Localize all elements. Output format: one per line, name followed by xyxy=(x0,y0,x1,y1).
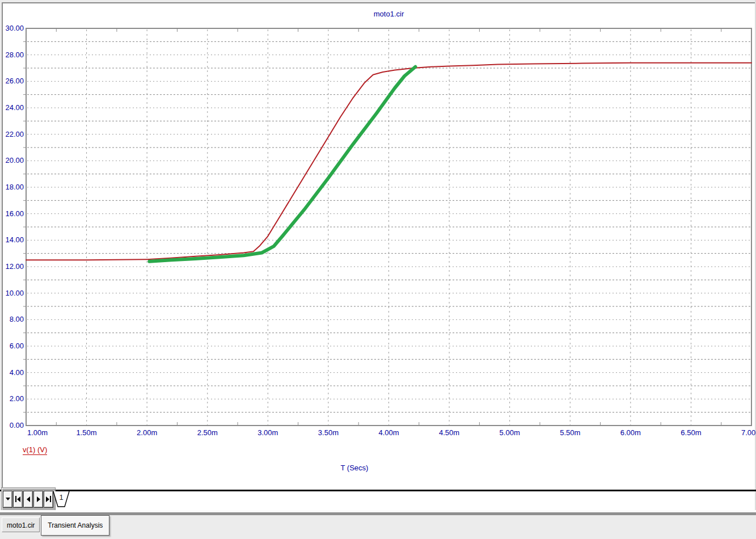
first-page-icon xyxy=(15,496,16,502)
x-tick-label: 4.50m xyxy=(434,428,464,437)
page-tab-number: 1 xyxy=(53,493,70,502)
y-tick-label: 14.00 xyxy=(0,235,24,244)
y-tick-label: 24.00 xyxy=(0,103,24,112)
x-tick-label: 1.00m xyxy=(27,428,48,437)
dropdown-arrow-icon xyxy=(6,498,10,500)
window-frame-top-line xyxy=(0,2,756,3)
page-strip-line xyxy=(0,490,756,491)
y-tick-label: 22.00 xyxy=(0,130,24,138)
first-page-button[interactable] xyxy=(13,491,23,508)
y-tick-label: 10.00 xyxy=(0,289,24,297)
last-page-button[interactable] xyxy=(44,491,53,508)
x-tick-label: 6.00m xyxy=(616,428,645,437)
prev-page-button[interactable] xyxy=(23,491,33,508)
y-tick-label: 6.00 xyxy=(0,342,24,350)
x-tick-label: 6.50m xyxy=(676,428,706,437)
y-tick-label: 20.00 xyxy=(0,156,24,165)
x-tick-label: 3.00m xyxy=(253,428,282,437)
prev-page-icon xyxy=(27,496,30,502)
y-tick-label: 12.00 xyxy=(0,262,24,271)
y-tick-label: 30.00 xyxy=(0,24,24,32)
document-tabbar: moto1.cirTransient Analysis xyxy=(0,515,756,539)
x-tick-label: 5.50m xyxy=(555,428,585,437)
x-tick-label: 7.00m xyxy=(737,428,756,437)
next-page-icon xyxy=(37,496,40,502)
y-tick-label: 16.00 xyxy=(0,209,24,218)
y-tick-label: 28.00 xyxy=(0,50,24,59)
x-axis-title: T (Secs) xyxy=(0,464,709,472)
next-page-button[interactable] xyxy=(33,491,43,508)
plot-title: moto1.cir xyxy=(26,10,751,18)
y-tick-label: 18.00 xyxy=(0,183,24,191)
page-nav-panel xyxy=(1,487,56,511)
trace-highlight-overlay xyxy=(149,67,415,262)
trace-legend[interactable]: v(1) (V) xyxy=(23,445,47,455)
chart-canvas xyxy=(0,0,756,539)
bottom-tab-moto1-cir[interactable]: moto1.cir xyxy=(2,517,40,532)
y-tick-label: 0.00 xyxy=(0,421,24,429)
page-list-dropdown-button[interactable] xyxy=(3,491,12,508)
y-tick-label: 8.00 xyxy=(0,315,24,323)
y-tick-label: 26.00 xyxy=(0,77,24,85)
y-tick-label: 4.00 xyxy=(0,368,24,377)
x-tick-label: 5.00m xyxy=(495,428,525,437)
x-tick-label: 1.50m xyxy=(72,428,102,437)
x-tick-label: 2.00m xyxy=(132,428,162,437)
y-tick-label: 2.00 xyxy=(0,394,24,403)
waveform-page-tab-1[interactable]: 1 xyxy=(53,491,70,507)
x-tick-label: 2.50m xyxy=(193,428,222,437)
last-page-icon xyxy=(46,496,49,502)
plot-window: moto1.cir 30.0028.0026.0024.0022.0020.00… xyxy=(0,0,756,539)
bottom-tab-transient-analysis[interactable]: Transient Analysis xyxy=(41,515,109,536)
x-tick-label: 3.50m xyxy=(314,428,343,437)
x-tick-label: 4.00m xyxy=(374,428,404,437)
